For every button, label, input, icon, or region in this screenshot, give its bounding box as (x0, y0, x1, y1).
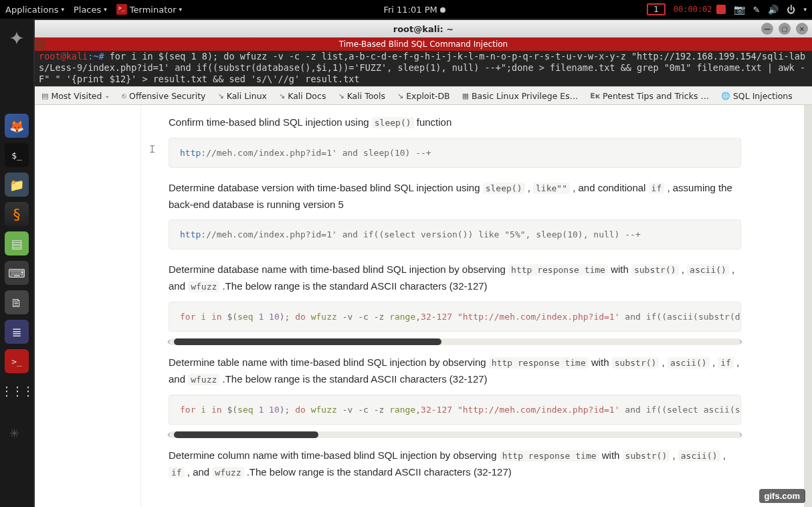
power-icon[interactable]: ⏻ (787, 5, 795, 15)
camera-icon[interactable]: 📷 (734, 4, 745, 15)
dock-firefox[interactable]: 🦊 (5, 114, 29, 138)
bookmark-kali-docs[interactable]: ↘Kali Docs (279, 91, 326, 101)
applications-menu[interactable]: Applications ▾ (5, 5, 64, 15)
volume-icon[interactable]: 🔊 (768, 5, 779, 15)
record-dot-icon (440, 7, 445, 13)
code-block-2[interactable]: http://meh.com/index.php?id=1' and if((s… (169, 219, 741, 249)
minimize-button[interactable]: — (761, 23, 773, 35)
link-icon: ↘ (338, 92, 344, 100)
scrollbar-thumb[interactable] (174, 431, 318, 438)
page-scroll[interactable]: 𝙸 Confirm time-based blind SQL injection… (35, 105, 804, 507)
gifs-watermark: gifs.com (759, 489, 805, 503)
top-panel: Applications ▾ Places ▾ Terminator ▾ Fri… (0, 0, 812, 19)
applications-label: Applications (5, 5, 58, 15)
window-titlebar[interactable]: root@kali: ~ — ▢ ✕ (35, 20, 812, 37)
bookmark-offensive-security[interactable]: ⎋Offensive Security (122, 91, 205, 101)
dock-terminal[interactable]: $_ (5, 143, 29, 167)
dock: 🦊 $_ 📁 § ▤ ⌨ 🗎 ≣ >_ ⋮⋮⋮ (3, 114, 31, 403)
article: Confirm time-based blind SQL injection u… (169, 114, 741, 488)
terminator-label: Terminator (130, 5, 177, 15)
code-block-4[interactable]: for i in $(seq 1 10); do wfuzz -v -c -z … (169, 395, 741, 425)
bookmark-icon: ▤ (41, 92, 48, 100)
workspace-indicator[interactable]: 1 (647, 3, 666, 15)
para-column-name: Determine column name with time-based bl… (169, 447, 741, 481)
terminal-tab-title: Time-Based Blind SQL Command Injection (339, 39, 508, 49)
horizontal-scrollbar-2[interactable] (169, 431, 741, 438)
bookmark-pentest-tips[interactable]: EĸPentest Tips and Tricks … (590, 91, 709, 101)
maximize-button[interactable]: ▢ (779, 23, 791, 35)
anchor-icon: ✳ (9, 426, 19, 440)
dock-document[interactable]: 🗎 (5, 290, 29, 314)
code-sleep: sleep() (372, 117, 414, 128)
para-version: Determine database version with time-bas… (169, 180, 741, 213)
dock-editor[interactable]: ≣ (5, 320, 29, 344)
dock-keyboard[interactable]: ⌨ (5, 261, 29, 285)
terminator-menu[interactable]: Terminator ▾ (116, 4, 182, 15)
link-icon: ⎋ (122, 92, 126, 100)
chevron-down-icon: ▾ (104, 6, 107, 13)
link-icon: ↘ (218, 92, 224, 100)
record-stop-icon (716, 5, 726, 14)
prompt-path: :~# (88, 51, 104, 62)
para-db-name: Determine database name with time-based … (169, 262, 741, 295)
browser-content: 𝙸 Confirm time-based blind SQL injection… (35, 105, 812, 507)
bookmark-kali-tools[interactable]: ↘Kali Tools (338, 91, 385, 101)
code-block-3[interactable]: for i in $(seq 1 10); do wfuzz -v -c -z … (169, 302, 741, 332)
window-title: root@kali: ~ (393, 24, 453, 34)
places-label: Places (74, 5, 101, 15)
dock-notes[interactable]: ▤ (5, 231, 29, 256)
bookmark-sql-injections[interactable]: 🌐SQL Injections (721, 91, 793, 101)
bookmark-icon: ▦ (462, 92, 469, 100)
clock[interactable]: Fri 11:01 PM (182, 5, 647, 15)
bookmark-bar: ▤Most Visited⌄ ⎋Offensive Security ↘Kali… (35, 86, 812, 105)
main-window: root@kali: ~ — ▢ ✕ Time-Based Blind SQL … (35, 20, 812, 507)
screen-recorder-timer[interactable]: 00:00:02 (674, 5, 726, 14)
vertical-scrollbar[interactable] (804, 105, 812, 507)
dock-apps-grid[interactable]: ⋮⋮⋮ (5, 379, 29, 403)
text-cursor-icon: 𝙸 (148, 142, 156, 155)
globe-icon: 🌐 (721, 92, 730, 100)
code-block-1[interactable]: http:http://meh.com/index.php?id=1' and … (169, 138, 741, 168)
link-icon: ↘ (397, 92, 403, 100)
chevron-down-icon: ▾ (61, 6, 64, 13)
horizontal-scrollbar-1[interactable] (169, 338, 741, 345)
picker-icon[interactable]: ✎ (753, 5, 760, 15)
terminal-command: for i in $(seq 1 8); do wfuzz -v -c -z l… (39, 51, 805, 84)
tab-menu-icon[interactable] (36, 39, 45, 49)
bookmark-exploit-db[interactable]: ↘Exploit-DB (397, 91, 450, 101)
terminal-body[interactable]: root@kali:~# for i in $(seq 1 8); do wfu… (35, 51, 812, 86)
para-table-name: Determine table name with time-based bli… (169, 354, 741, 388)
close-button[interactable]: ✕ (796, 23, 808, 35)
places-menu[interactable]: Places ▾ (74, 5, 107, 15)
terminal-tab-bar[interactable]: Time-Based Blind SQL Command Injection (35, 37, 812, 51)
dock-files[interactable]: 📁 (5, 173, 29, 197)
activities-icon[interactable]: ✦ (3, 24, 31, 52)
dock-terminator[interactable]: >_ (5, 349, 29, 373)
bookmark-kali-linux[interactable]: ↘Kali Linux (218, 91, 267, 101)
para-confirm: Confirm time-based blind SQL injection u… (169, 114, 741, 131)
chevron-down-icon[interactable]: ▾ (803, 6, 807, 13)
terminator-icon (116, 4, 127, 15)
bookmark-basic-linux[interactable]: ▦Basic Linux Privilege Es… (462, 91, 579, 101)
bookmark-most-visited[interactable]: ▤Most Visited⌄ (41, 91, 110, 101)
dock-burp[interactable]: § (5, 202, 29, 226)
bookmark-icon: Eĸ (590, 92, 600, 100)
chevron-down-icon: ⌄ (105, 92, 110, 99)
scrollbar-thumb[interactable] (174, 338, 441, 345)
prompt-user: root@kali (39, 51, 88, 62)
link-icon: ↘ (279, 92, 285, 100)
